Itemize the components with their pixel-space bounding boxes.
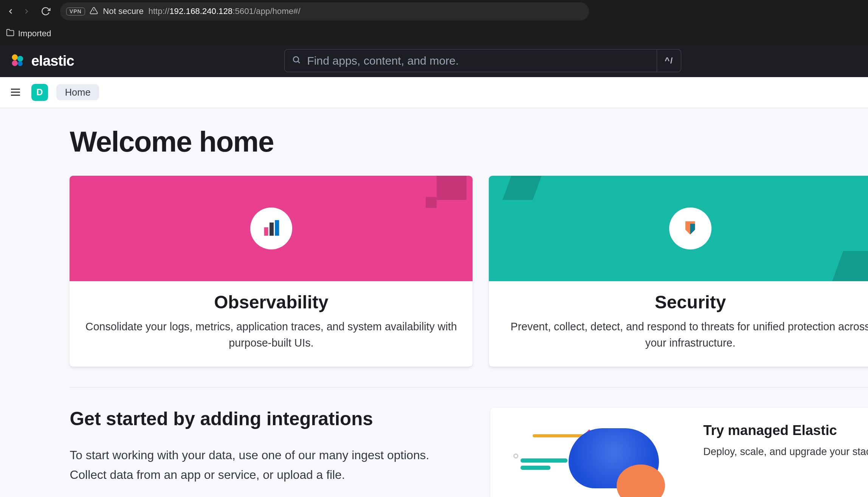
svg-point-16 [12, 60, 18, 66]
card-security[interactable]: Security Prevent, collect, detect, and r… [489, 176, 868, 367]
kibana-header: elastic Find apps, content, and more. ^/ [0, 45, 868, 77]
page-title: Welcome home [70, 125, 868, 158]
vpn-badge: VPN [66, 8, 85, 15]
card-title-observability: Observability [82, 292, 460, 313]
url-text: http://192.168.240.128:5601/app/home#/ [149, 6, 301, 16]
integrations-title: Get started by adding integrations [70, 408, 460, 429]
nav-forward-button[interactable] [19, 4, 34, 19]
nav-menu-toggle[interactable] [8, 85, 23, 99]
card-desc-observability: Consolidate your logs, metrics, applicat… [82, 319, 460, 351]
svg-point-14 [12, 54, 18, 60]
managed-desc: Deploy, scale, and upgrade your stack fa… [703, 444, 868, 460]
card-desc-security: Prevent, collect, detect, and respond to… [501, 319, 868, 351]
integrations-desc: To start working with your data, use one… [70, 445, 460, 485]
space-selector[interactable]: D [31, 84, 48, 101]
managed-elastic-panel[interactable]: Try managed Elastic Deploy, scale, and u… [490, 408, 868, 497]
elastic-brand-text: elastic [31, 53, 74, 69]
card-observability[interactable]: Observability Consolidate your logs, met… [70, 176, 473, 367]
card-header-security [489, 176, 868, 281]
bookmark-label: Imported [18, 29, 51, 39]
search-icon [292, 55, 301, 67]
card-body-observability: Observability Consolidate your logs, met… [70, 281, 473, 367]
reload-button[interactable] [39, 4, 53, 19]
solution-cards-row: Observability Consolidate your logs, met… [70, 176, 868, 367]
svg-rect-25 [275, 220, 279, 235]
bookmarks-bar: Imported [0, 23, 868, 44]
nav-arrows [4, 4, 36, 19]
card-body-security: Security Prevent, collect, detect, and r… [489, 281, 868, 367]
svg-point-17 [18, 61, 23, 66]
integrations-column: Get started by adding integrations To st… [70, 408, 460, 497]
search-placeholder: Find apps, content, and more. [307, 54, 459, 67]
card-header-observability [70, 176, 473, 281]
main-content: Welcome home Observability Consolidate y… [0, 108, 868, 497]
managed-title: Try managed Elastic [703, 423, 868, 438]
security-icon [669, 207, 711, 249]
managed-illustration [508, 423, 689, 495]
elastic-logo[interactable]: elastic [9, 53, 74, 69]
global-search-input[interactable]: Find apps, content, and more. [284, 49, 657, 72]
svg-point-15 [17, 56, 23, 62]
svg-rect-23 [264, 227, 268, 235]
insecure-label: Not secure [103, 6, 144, 16]
kibana-subnav: D Home [0, 77, 868, 108]
insecure-icon [90, 6, 98, 17]
url-bar[interactable]: VPN Not secure http://192.168.240.128:56… [60, 2, 589, 20]
bottom-section: Get started by adding integrations To st… [70, 408, 868, 497]
svg-line-19 [298, 61, 300, 63]
bookmark-imported[interactable]: Imported [6, 28, 51, 39]
breadcrumb-home[interactable]: Home [56, 84, 99, 100]
browser-toolbar: VPN Not secure http://192.168.240.128:56… [0, 0, 868, 23]
svg-rect-24 [270, 223, 274, 236]
elastic-logo-icon [9, 53, 25, 68]
nav-back-button[interactable] [4, 4, 18, 19]
search-shortcut-badge: ^/ [657, 49, 681, 72]
card-title-security: Security [501, 292, 868, 313]
managed-text-col: Try managed Elastic Deploy, scale, and u… [703, 423, 868, 460]
svg-point-18 [293, 57, 299, 62]
observability-icon [250, 207, 292, 249]
section-divider [70, 387, 868, 387]
global-search-wrap: Find apps, content, and more. ^/ [284, 49, 681, 72]
folder-icon [6, 28, 14, 39]
